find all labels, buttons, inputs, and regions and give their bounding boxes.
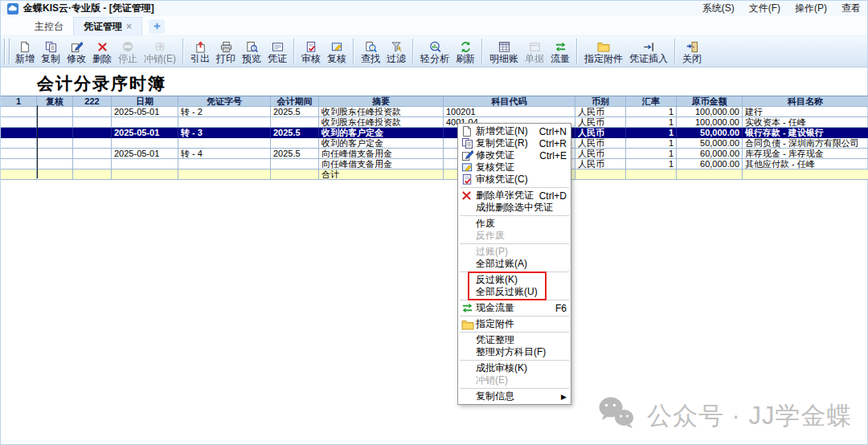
toolbar-filter-button[interactable]: 过滤 xyxy=(384,37,408,66)
new-tab-button[interactable] xyxy=(149,19,165,34)
grid-cell: 2025.5 xyxy=(271,107,319,117)
menubar-item[interactable]: 文件(F) xyxy=(749,2,780,15)
menu-item-assign-attachment-menu[interactable]: 指定附件 xyxy=(458,318,571,330)
voucher-row[interactable]: 收到股东任峰投资款4001.04人民币1100,000.00实收资本 - 任峰 xyxy=(1,117,868,128)
menu-separator xyxy=(460,360,569,361)
menu-item-delete-voucher[interactable]: 删除单张凭证Ctrl+D xyxy=(458,190,571,202)
grid-cell: 收到股东任峰投资款 xyxy=(319,117,444,128)
menu-item-check-voucher[interactable]: 复核凭证 xyxy=(458,161,571,174)
menu-item-voucher-arrange[interactable]: 凭证整理 xyxy=(458,334,571,346)
column-header[interactable]: 原币金额 xyxy=(677,96,743,107)
column-header[interactable]: 摘要 xyxy=(319,96,444,107)
column-header[interactable]: 币别 xyxy=(575,96,626,107)
toolbar-analyze-button[interactable]: 轻分析 xyxy=(418,37,452,66)
grid-cell: 库存现金 - 库存现金 xyxy=(743,149,868,159)
toolbar-drag-handle[interactable] xyxy=(9,39,10,64)
toolbar-button-label: 冲销(E) xyxy=(144,53,176,65)
menubar: 系统(S)文件(F)操作(P)查看 xyxy=(702,2,861,15)
wechat-icon xyxy=(597,396,636,436)
column-header[interactable]: 222 xyxy=(73,96,112,107)
grid-cell xyxy=(271,117,319,128)
watermark: 公众号 · JJ学金蝶 xyxy=(597,396,853,436)
menu-item-arrange-counterpart-account[interactable]: 整理对方科目(F) xyxy=(458,346,571,358)
toolbar-drag-handle[interactable] xyxy=(4,39,6,64)
toolbar-audit-button[interactable]: 审核 xyxy=(299,37,323,66)
grid-cell xyxy=(73,169,112,180)
menu-item-copy-voucher[interactable]: 复制凭证(R)Ctrl+R xyxy=(458,137,571,149)
voucher-row-selected[interactable]: 2025-05-01转 - 32025.5收到的客户定金人民币150,000.0… xyxy=(1,128,868,138)
tab-label: 凭证管理 xyxy=(84,18,122,35)
tab-label: 主控台 xyxy=(35,18,63,35)
grid-cell xyxy=(178,169,271,180)
toolbar-find-button[interactable]: 查找 xyxy=(358,37,383,66)
voucher-row[interactable]: 2025-05-01转 - 22025.5收到股东任峰投资款100201人民币1… xyxy=(1,107,868,117)
toolbar-export-button[interactable]: 引出 xyxy=(188,37,212,66)
toolbar-delete-button[interactable]: 删除 xyxy=(90,37,114,66)
grid-cell: 1 xyxy=(626,128,677,138)
menu-item-shortcut: Ctrl+D xyxy=(539,190,567,202)
voucher-row[interactable]: 2025-05-01转 - 42025.5向任峰借支备用金人民币160,000.… xyxy=(1,149,868,159)
toolbar-new-button[interactable]: 新增 xyxy=(13,37,37,66)
blank-icon xyxy=(461,287,476,298)
column-header[interactable]: 科目名称 xyxy=(743,96,868,107)
menu-item-audit-voucher[interactable]: 审核凭证(C) xyxy=(458,174,571,186)
grid-cell: 人民币 xyxy=(575,138,626,149)
column-header[interactable]: 复核 xyxy=(37,96,73,107)
grid-cell: 人民币 xyxy=(575,117,626,128)
ledger-icon xyxy=(498,40,510,53)
toolbar-print-button[interactable]: 打印 xyxy=(214,37,238,66)
column-header[interactable]: 1 xyxy=(1,96,37,107)
toolbar-button-label: 引出 xyxy=(190,53,210,65)
toolbar-modify-button[interactable]: 修改 xyxy=(64,37,88,66)
grid-cell: 2025-05-01 xyxy=(112,128,178,138)
menu-separator xyxy=(460,187,569,188)
toolbar-assign-attachment-button[interactable]: 指定附件 xyxy=(582,37,625,66)
toolbar-copy-button[interactable]: 复制 xyxy=(39,37,63,66)
menu-item-post-all[interactable]: 全部过账(A) xyxy=(458,258,571,270)
grid-cell: 其他应付款 - 任峰 xyxy=(743,159,868,169)
menubar-item[interactable]: 系统(S) xyxy=(702,2,735,15)
menu-item-copy-info[interactable]: 复制信息▶ xyxy=(458,390,571,402)
grid-cell: 合同负债 - 深圳南方有限公司 xyxy=(743,138,868,149)
toolbar-detail-ledger-button[interactable]: 明细账 xyxy=(487,37,521,66)
voucher-row[interactable]: 向任峰借支备用金人民币160,000.00其他应付款 - 任峰 xyxy=(1,159,868,169)
total-row[interactable]: 合计 xyxy=(1,169,868,180)
menu-item-new-voucher[interactable]: 新增凭证(N)Ctrl+N xyxy=(458,125,571,137)
blank-icon xyxy=(461,391,476,402)
column-header[interactable]: 科目代码 xyxy=(444,96,575,107)
voucher-row[interactable]: 收到的客户定金人民币150,000.00合同负债 - 深圳南方有限公司 xyxy=(1,138,868,149)
column-header[interactable]: 会计期间 xyxy=(271,96,319,107)
grid-cell: 收到股东任峰投资款 xyxy=(319,107,444,117)
tab-main-console[interactable]: 主控台 xyxy=(25,17,73,35)
column-header[interactable]: 日期 xyxy=(112,96,178,107)
toolbar-button-label: 删除 xyxy=(92,53,112,65)
toolbar-button-label: 凭证插入 xyxy=(629,53,668,65)
menu-item-cash-flow-menu[interactable]: 现金流量F6 xyxy=(458,302,571,314)
menu-item-void-voucher[interactable]: 作废 xyxy=(458,218,571,230)
tab-voucher-management[interactable]: 凭证管理× xyxy=(73,17,142,35)
delete-icon xyxy=(97,40,108,53)
menu-item-label: 冲销(E) xyxy=(476,374,567,386)
toolbar-close-button[interactable]: 关闭 xyxy=(680,37,704,66)
toolbar-insert-voucher-button[interactable]: 凭证插入 xyxy=(627,37,670,66)
toolbar-cash-flow-button[interactable]: 流量 xyxy=(548,37,572,66)
menubar-item[interactable]: 操作(P) xyxy=(795,2,827,15)
toolbar-review-button[interactable]: 复核 xyxy=(325,37,349,66)
menu-item-unpost-all[interactable]: 全部反过账(U) xyxy=(458,286,571,298)
toolbar-voucher-button[interactable]: 凭证 xyxy=(265,37,289,66)
menubar-item[interactable]: 查看 xyxy=(841,2,861,15)
menu-item-batch-delete-vouchers[interactable]: 成批删除选中凭证 xyxy=(458,202,571,214)
tab-close-icon[interactable]: × xyxy=(126,22,132,31)
menu-item-unpost-voucher[interactable]: 反过账(K) xyxy=(458,274,571,286)
blank-icon xyxy=(461,335,476,346)
menu-item-batch-audit[interactable]: 成批审核(K) xyxy=(458,362,571,374)
toolbar-refresh-button[interactable]: 刷新 xyxy=(453,37,477,66)
menu-item-label: 新增凭证(N) xyxy=(476,125,534,137)
column-header[interactable]: 汇率 xyxy=(626,96,677,107)
toolbar-separator xyxy=(576,39,578,64)
column-header[interactable]: 凭证字号 xyxy=(178,96,271,107)
toolbar-button-label: 刷新 xyxy=(456,53,475,65)
grid-cell xyxy=(271,159,319,169)
toolbar-preview-button[interactable]: 预览 xyxy=(240,37,264,66)
menu-item-modify-voucher[interactable]: 修改凭证Ctrl+E xyxy=(458,149,571,161)
